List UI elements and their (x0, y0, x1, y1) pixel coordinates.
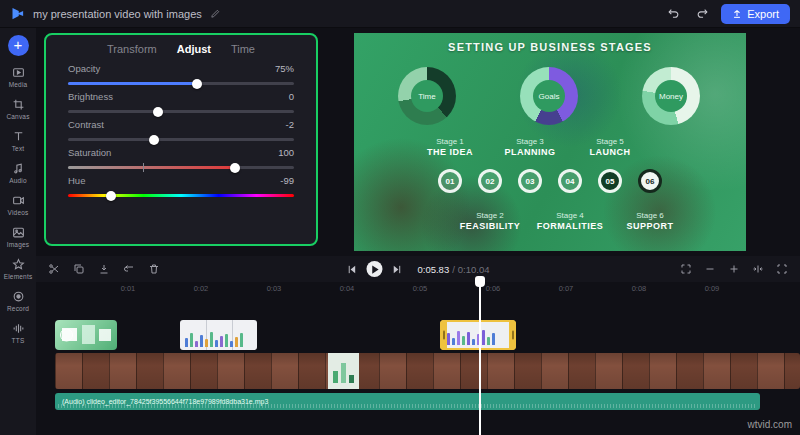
text-icon (12, 130, 25, 143)
image-clip-3-selected[interactable] (440, 320, 516, 350)
undo-icon[interactable] (667, 7, 680, 20)
trim-handle-right[interactable] (509, 320, 516, 350)
ruler-label: 0:03 (267, 284, 282, 293)
image-clip-1[interactable] (55, 320, 117, 350)
slider-label: Hue (68, 175, 85, 186)
hue-slider[interactable] (68, 194, 294, 197)
tts-icon (12, 322, 25, 335)
ring-label: Money (642, 67, 700, 125)
image-clip-2[interactable] (180, 320, 257, 350)
filmstrip-chart-frame (328, 353, 359, 389)
slider-label: Brightness (68, 91, 113, 102)
ruler-label: 0:06 (486, 284, 501, 293)
sidebar-item-label: Images (7, 241, 30, 248)
zoom-out-icon[interactable] (704, 263, 716, 275)
slider-value: 75% (275, 63, 294, 74)
brightness-slider[interactable] (68, 110, 294, 113)
tab-transform[interactable]: Transform (107, 43, 157, 55)
opacity-slider[interactable] (68, 82, 294, 85)
audio-clip[interactable]: (Audio) clideo_editor_78425f39556644f718… (55, 393, 760, 410)
sidebar-item-label: Media (9, 81, 28, 88)
slider-value: 0 (289, 91, 294, 102)
freeze-icon[interactable] (98, 263, 110, 275)
slider-value: -2 (286, 119, 294, 130)
snap-icon[interactable] (752, 263, 764, 275)
play-button[interactable] (366, 261, 382, 277)
contrast-slider-knob[interactable] (149, 135, 159, 145)
sidebar-item-canvas[interactable]: Canvas (0, 93, 36, 125)
video-clip-filmstrip[interactable] (55, 353, 800, 389)
sidebar-item-label: Canvas (6, 113, 29, 120)
opacity-slider-knob[interactable] (192, 79, 202, 89)
ruler-label: 0:05 (413, 284, 428, 293)
slider-row-hue: Hue -99 (68, 175, 294, 197)
copy-icon[interactable] (73, 263, 85, 275)
trim-handle-left[interactable] (440, 320, 447, 350)
record-icon (12, 290, 25, 303)
tool-sidebar: + Media Canvas Text Audio Videos Images … (0, 28, 36, 435)
timeline: 0:01 0:02 0:03 0:04 0:05 0:06 0:07 0:08 … (36, 282, 800, 435)
contrast-slider[interactable] (68, 138, 294, 141)
canvas-icon (12, 98, 25, 111)
tab-adjust[interactable]: Adjust (177, 43, 211, 55)
slider-row-brightness: Brightness 0 (68, 91, 294, 113)
top-bar: my presentation video with images Export (0, 0, 800, 28)
slider-label: Contrast (68, 119, 104, 130)
ruler-label: 0:09 (705, 284, 720, 293)
hue-slider-knob[interactable] (106, 191, 116, 201)
stage-label: Stage 3PLANNING (505, 137, 556, 157)
adjust-panel-tabs: Transform Adjust Time (46, 35, 316, 57)
ring-label: Time (398, 67, 456, 125)
sidebar-item-images[interactable]: Images (0, 221, 36, 253)
slider-label: Saturation (68, 147, 111, 158)
playback-controls: 0:05.83 / 0:10.04 (346, 261, 489, 277)
sidebar-item-label: Audio (9, 177, 27, 184)
playhead[interactable] (479, 278, 481, 435)
timeline-ruler[interactable]: 0:01 0:02 0:03 0:04 0:05 0:06 0:07 0:08 … (36, 282, 800, 295)
playhead-handle[interactable] (475, 276, 485, 287)
sidebar-item-elements[interactable]: Elements (0, 253, 36, 285)
brightness-slider-knob[interactable] (153, 107, 163, 117)
app-logo-icon (10, 6, 25, 21)
donut-chart-money: Money (642, 67, 700, 125)
rename-icon[interactable] (210, 8, 221, 19)
previous-frame-icon[interactable] (346, 264, 357, 275)
sidebar-item-media[interactable]: Media (0, 61, 36, 93)
fullscreen-icon[interactable] (776, 263, 788, 275)
slider-row-saturation: Saturation 100 (68, 147, 294, 169)
saturation-slider[interactable] (68, 166, 294, 169)
fit-timeline-icon[interactable] (680, 263, 692, 275)
audio-icon (12, 162, 25, 175)
elements-icon (12, 258, 25, 271)
next-frame-icon[interactable] (391, 264, 402, 275)
clip-thumbnail (180, 327, 257, 347)
ring-label: Goals (520, 67, 578, 125)
sidebar-item-label: Elements (4, 273, 33, 280)
saturation-slider-knob[interactable] (230, 163, 240, 173)
images-icon (12, 226, 25, 239)
keyframe-marker-icon[interactable] (60, 329, 73, 342)
stage-number: 01 (438, 169, 462, 193)
stage-number: 02 (478, 169, 502, 193)
ruler-label: 0:01 (121, 284, 136, 293)
sidebar-item-label: Record (7, 305, 29, 312)
sidebar-item-record[interactable]: Record (0, 285, 36, 317)
zoom-in-icon[interactable] (728, 263, 740, 275)
split-icon[interactable] (48, 263, 60, 275)
redo-icon[interactable] (696, 7, 709, 20)
sidebar-item-tts[interactable]: TTS (0, 317, 36, 349)
delete-icon[interactable] (148, 263, 160, 275)
sidebar-item-audio[interactable]: Audio (0, 157, 36, 189)
stage-label: Stage 2FEASIBILITY (460, 211, 521, 231)
timeline-toolbar: 0:05.83 / 0:10.04 (36, 256, 800, 282)
sidebar-item-text[interactable]: Text (0, 125, 36, 157)
reverse-icon[interactable] (123, 263, 135, 275)
ruler-label: 0:07 (559, 284, 574, 293)
project-title: my presentation video with images (33, 8, 202, 20)
tab-time[interactable]: Time (231, 43, 255, 55)
export-button[interactable]: Export (721, 4, 790, 24)
add-media-button[interactable]: + (8, 35, 29, 56)
video-preview[interactable]: SETTING UP BUSINESS STAGES Time Goals Mo… (354, 33, 746, 251)
sidebar-item-videos[interactable]: Videos (0, 189, 36, 221)
ruler-label: 0:04 (340, 284, 355, 293)
